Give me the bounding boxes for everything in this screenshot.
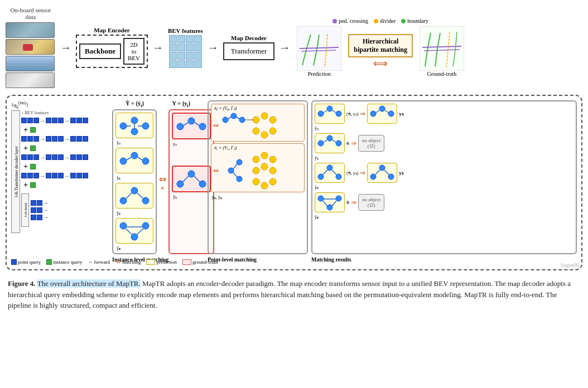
point-query-sq bbox=[58, 154, 64, 160]
svg-point-22 bbox=[231, 113, 237, 119]
result-row-1: π̂ ⇒ no object(∅) bbox=[315, 133, 573, 153]
svg-point-42 bbox=[318, 111, 324, 117]
big-diag-inner: {qij(ins)} l-th Transformer decoder laye… bbox=[11, 100, 577, 265]
res-pred-3 bbox=[315, 192, 345, 212]
svg-point-40 bbox=[261, 182, 268, 189]
bev-cell bbox=[177, 43, 185, 51]
ground-truth-col: Ground-truth bbox=[420, 26, 464, 77]
gt-y1-svg bbox=[175, 168, 208, 190]
divider-label: divider bbox=[380, 18, 396, 24]
arrow-encoder-to-bev: → bbox=[152, 41, 163, 54]
bev-cell bbox=[194, 60, 202, 68]
diagram-legend: point query instance query → forward ⇔ m… bbox=[11, 258, 218, 266]
point-query-legend-label: point query bbox=[18, 259, 41, 265]
result-row-3: π̂ ⇒ no object(∅) bbox=[315, 192, 573, 212]
point-panel: 𝒱₀ = (V₀, Γ₀) ⇔ bbox=[208, 100, 308, 254]
matching-legend-label: matching bbox=[122, 259, 141, 265]
plus-row-2: + bbox=[22, 144, 109, 153]
res-pi-3: π̂ bbox=[346, 200, 349, 205]
point-query-sq bbox=[83, 118, 88, 123]
transformer-box: Transformer bbox=[223, 42, 275, 60]
l-head-vert-label: l-th head bbox=[21, 193, 29, 227]
res-gt-2-svg bbox=[369, 164, 396, 181]
point-query-sq bbox=[21, 136, 27, 142]
res-pred-1 bbox=[315, 133, 345, 153]
y1-result-label: y₁ bbox=[399, 170, 404, 176]
bottom-diagram: {qij(ins)} l-th Transformer decoder laye… bbox=[6, 95, 582, 270]
bev-cell bbox=[194, 35, 202, 43]
sensor-img-4 bbox=[6, 72, 55, 88]
svg-point-13 bbox=[142, 222, 149, 229]
point-query-sq bbox=[52, 173, 57, 178]
legend-prediction: prediction bbox=[146, 259, 177, 265]
svg-point-45 bbox=[370, 111, 376, 117]
instance-query-sq bbox=[30, 127, 36, 133]
pred-y0-svg bbox=[118, 115, 151, 136]
gt-y1-label: ŷ₁ bbox=[172, 195, 211, 200]
res-pred-2-svg bbox=[316, 164, 343, 181]
sensor-images: On-board sensor data bbox=[6, 7, 56, 88]
svg-point-39 bbox=[253, 178, 259, 185]
bev-cell bbox=[177, 52, 185, 60]
map-decoder-wrapper: Map Decoder Transformer bbox=[223, 35, 275, 60]
forward-arrow: → bbox=[40, 173, 45, 179]
prediction-label: Prediction bbox=[308, 71, 331, 77]
hierarchical-label: Hierarchicalbipartite matching bbox=[354, 37, 407, 54]
svg-point-50 bbox=[336, 140, 341, 146]
point-query-sq bbox=[33, 173, 39, 178]
bev-cell bbox=[169, 43, 177, 51]
point-query-sq bbox=[70, 173, 76, 178]
sensor-img-3 bbox=[6, 56, 55, 71]
svg-point-46 bbox=[379, 106, 385, 111]
sensor-img-2 bbox=[6, 39, 55, 55]
instance-query-sq bbox=[30, 164, 36, 169]
pi-hat-label: π̂ bbox=[160, 187, 165, 190]
svg-point-59 bbox=[327, 205, 332, 210]
svg-point-17 bbox=[199, 123, 206, 130]
svg-point-3 bbox=[131, 117, 138, 124]
svg-point-6 bbox=[120, 158, 127, 164]
svg-point-27 bbox=[253, 128, 259, 134]
svg-point-38 bbox=[269, 167, 276, 174]
res-arrow-0: ⇒ bbox=[360, 110, 365, 118]
instance-matching-arrow: ⇔ bbox=[159, 174, 166, 185]
svg-point-33 bbox=[253, 156, 259, 163]
result-row-2: (π̂, y₁) ⇒ y₁ bbox=[315, 163, 573, 183]
prediction-col: Prediction bbox=[297, 26, 341, 77]
caption-highlight: The overall architecture of MapTR. bbox=[37, 279, 141, 288]
svg-point-4 bbox=[142, 123, 149, 129]
forward-arrow: → bbox=[64, 173, 70, 179]
forward-arrow: → bbox=[40, 118, 45, 124]
v1-label: 𝒱₁ = (V₁, Γ₁) bbox=[213, 146, 302, 151]
yhat0-result-label: ŷ₀ bbox=[315, 126, 573, 131]
pred-y3-svg bbox=[118, 220, 151, 241]
col-point: 𝒱₀ = (V₀, Γ₀) ⇔ bbox=[208, 100, 308, 265]
point-query-legend-icon bbox=[11, 259, 17, 265]
svg-point-55 bbox=[379, 165, 385, 171]
svg-point-53 bbox=[336, 174, 341, 180]
v0-label: 𝒱₀ = (V₀, Γ₀) bbox=[213, 106, 302, 111]
v0-group: 𝒱₀ = (V₀, Γ₀) ⇔ bbox=[211, 104, 305, 142]
point-query-sq bbox=[33, 118, 39, 123]
svg-point-26 bbox=[269, 117, 276, 123]
svg-point-25 bbox=[261, 113, 268, 119]
query-transformer-row: l-th Transformer decoder layer ↓ BEV fea… bbox=[11, 110, 109, 233]
forward-arrow: → bbox=[43, 214, 49, 220]
hierarchical-box: Hierarchicalbipartite matching bbox=[348, 34, 413, 57]
instance-query-sq bbox=[30, 182, 36, 188]
gt-y0-label: y₀ bbox=[172, 142, 211, 147]
gt-y0 bbox=[172, 113, 211, 139]
svg-point-37 bbox=[261, 163, 268, 170]
matching-legend-icon: ⇔ bbox=[115, 258, 121, 266]
svg-point-56 bbox=[388, 174, 394, 180]
res-gt-0-svg bbox=[369, 105, 396, 122]
legend-point-query: point query bbox=[11, 259, 41, 265]
prediction-legend-icon bbox=[146, 259, 155, 265]
map-encoder-label: Map Encoder bbox=[94, 27, 129, 33]
ins-label: {qij(ins)} bbox=[11, 100, 28, 109]
svg-point-44 bbox=[336, 111, 341, 117]
no-obj-1: no object(∅) bbox=[358, 135, 384, 152]
forward-arrow: → bbox=[43, 200, 49, 206]
point-query-sq-out bbox=[37, 215, 42, 220]
yhat3-result-label: ŷ₃ bbox=[315, 215, 573, 220]
